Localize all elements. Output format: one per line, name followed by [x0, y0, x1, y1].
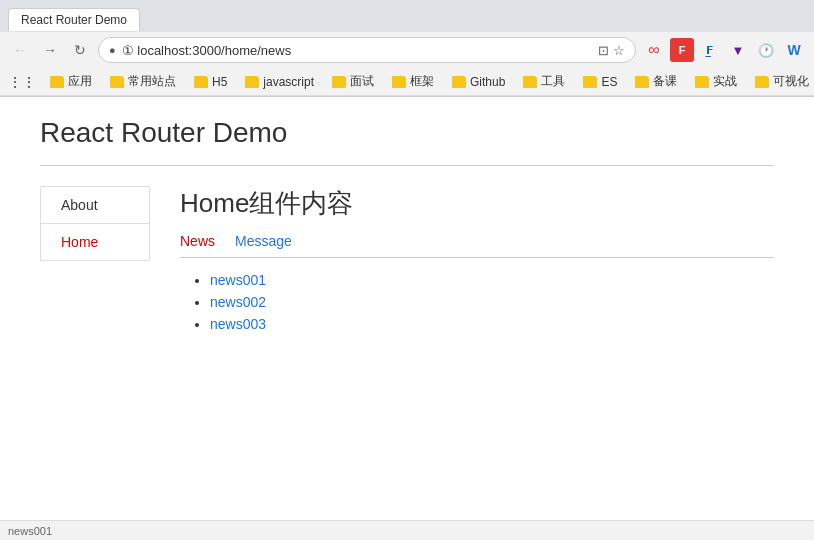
address-actions: ⊡ ☆ [598, 43, 625, 58]
history-icon-btn[interactable]: 🕐 [754, 38, 778, 62]
bookmark-label: 实战 [713, 73, 737, 90]
folder-icon [583, 76, 597, 88]
folder-icon [523, 76, 537, 88]
bookmark-visual[interactable]: 可视化 [747, 70, 814, 93]
browser-tabs: React Router Demo [0, 0, 814, 32]
subnav-message[interactable]: Message [235, 233, 292, 249]
bookmark-apps[interactable]: 应用 [42, 70, 100, 93]
folder-icon [194, 76, 208, 88]
list-item: news001 [210, 272, 774, 288]
home-component-title: Home组件内容 [180, 186, 774, 221]
folder-icon [755, 76, 769, 88]
bookmark-label: 常用站点 [128, 73, 176, 90]
news-link-2[interactable]: news002 [210, 294, 266, 310]
bookmark-label: 可视化 [773, 73, 809, 90]
ext-icon-2[interactable]: F̲ [698, 38, 722, 62]
bookmark-label: ES [601, 75, 617, 89]
bookmark-label: Github [470, 75, 505, 89]
home-content: Home组件内容 News Message news001 news002 ne… [180, 186, 774, 338]
title-divider [40, 165, 774, 166]
screenshot-icon[interactable]: ⊡ [598, 43, 609, 58]
toolbar-icons: ∞ F F̲ ▼ 🕐 W [642, 38, 806, 62]
active-tab[interactable]: React Router Demo [8, 8, 140, 31]
news-link-1[interactable]: news001 [210, 272, 266, 288]
bookmarks-bar: ⋮⋮ 应用 常用站点 H5 javascript 面试 框架 Github [0, 68, 814, 96]
folder-icon [245, 76, 259, 88]
bookmark-label: 框架 [410, 73, 434, 90]
ext-icon-1[interactable]: F [670, 38, 694, 62]
bookmark-tools[interactable]: 工具 [515, 70, 573, 93]
page-content: React Router Demo About Home Home组件内容 Ne… [0, 97, 814, 358]
apps-icon[interactable]: ⋮⋮ [8, 74, 36, 90]
secure-icon: ● [109, 44, 116, 56]
bookmark-backup[interactable]: 备课 [627, 70, 685, 93]
bookmark-framework[interactable]: 框架 [384, 70, 442, 93]
forward-button[interactable]: → [38, 38, 62, 62]
sidebar-item-about[interactable]: About [41, 187, 149, 224]
main-layout: About Home Home组件内容 News Message news001… [40, 186, 774, 338]
bookmark-label: 工具 [541, 73, 565, 90]
folder-icon [695, 76, 709, 88]
sidebar-item-home[interactable]: Home [41, 224, 149, 260]
folder-icon [110, 76, 124, 88]
bookmark-label: 应用 [68, 73, 92, 90]
bookmark-h5[interactable]: H5 [186, 72, 235, 92]
folder-icon [635, 76, 649, 88]
subnav-news[interactable]: News [180, 233, 215, 249]
bookmark-es[interactable]: ES [575, 72, 625, 92]
address-bar[interactable]: ● ① localhost:3000/home/news ⊡ ☆ [98, 37, 636, 63]
folder-icon [392, 76, 406, 88]
news-link-3[interactable]: news003 [210, 316, 266, 332]
edge-icon-btn[interactable]: W [782, 38, 806, 62]
news-list: news001 news002 news003 [180, 272, 774, 332]
list-item: news003 [210, 316, 774, 332]
list-item: news002 [210, 294, 774, 310]
bookmark-label: 面试 [350, 73, 374, 90]
folder-icon [332, 76, 346, 88]
browser-toolbar: ← → ↻ ● ① localhost:3000/home/news ⊡ ☆ ∞… [0, 32, 814, 68]
url-text: ① localhost:3000/home/news [122, 43, 292, 58]
bookmark-js[interactable]: javascript [237, 72, 322, 92]
browser-chrome: React Router Demo ← → ↻ ● ① localhost:30… [0, 0, 814, 97]
bookmark-label: H5 [212, 75, 227, 89]
back-button[interactable]: ← [8, 38, 32, 62]
reload-button[interactable]: ↻ [68, 38, 92, 62]
bookmark-label: javascript [263, 75, 314, 89]
page-title: React Router Demo [40, 117, 774, 149]
bookmark-practice[interactable]: 实战 [687, 70, 745, 93]
folder-icon [50, 76, 64, 88]
bookmark-interview[interactable]: 面试 [324, 70, 382, 93]
sub-nav-divider [180, 257, 774, 258]
folder-icon [452, 76, 466, 88]
sub-nav: News Message [180, 233, 774, 249]
star-icon[interactable]: ☆ [613, 43, 625, 58]
bookmark-label: 备课 [653, 73, 677, 90]
bookmark-github[interactable]: Github [444, 72, 513, 92]
sidebar-nav: About Home [40, 186, 150, 261]
down-arrow-icon-btn[interactable]: ▼ [726, 38, 750, 62]
infinity-icon-btn[interactable]: ∞ [642, 38, 666, 62]
bookmark-common[interactable]: 常用站点 [102, 70, 184, 93]
